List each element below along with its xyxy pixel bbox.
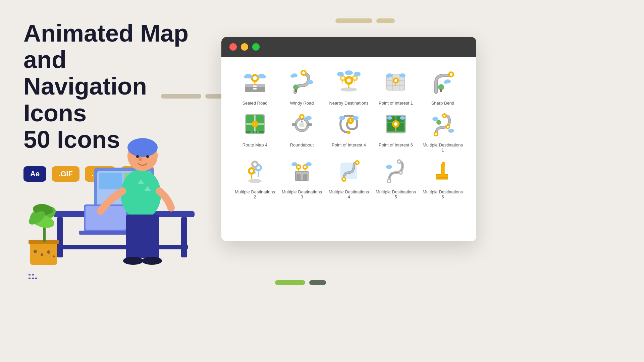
svg-point-17 xyxy=(136,155,139,158)
deco-bar-short xyxy=(376,18,395,23)
icon-cell-poi1[interactable]: Point of Interest 1 xyxy=(376,67,416,106)
svg-rect-8 xyxy=(99,173,122,189)
svg-point-79 xyxy=(399,73,406,77)
sharp-bend-label: Sharp Bend xyxy=(431,101,454,106)
svg-rect-26 xyxy=(30,241,57,265)
svg-point-130 xyxy=(448,129,454,133)
svg-text:$: $ xyxy=(350,119,352,123)
icon-cell-multi-dest4[interactable]: Multiple Destinations 4 xyxy=(329,156,369,199)
browser-content: Sealed Road xyxy=(221,57,476,241)
svg-point-143 xyxy=(298,166,300,168)
poi6-icon xyxy=(381,109,411,139)
svg-point-51 xyxy=(261,75,266,78)
poi1-label: Point of Interest 1 xyxy=(379,101,413,106)
svg-point-119 xyxy=(394,122,397,126)
icon-cell-roundabout[interactable]: Roundabout xyxy=(282,109,322,153)
icon-cell-multi-dest5[interactable]: Multiple Destinations 5 xyxy=(376,156,416,199)
svg-point-64 xyxy=(354,77,356,79)
svg-point-50 xyxy=(257,75,262,78)
svg-point-68 xyxy=(345,70,353,75)
svg-point-13 xyxy=(121,169,161,220)
deco-bar-long xyxy=(335,18,372,23)
svg-point-123 xyxy=(435,133,437,135)
windy-road-label: Windy Road xyxy=(290,101,314,106)
poi6-label: Point of Interest 6 xyxy=(379,142,413,147)
svg-point-35 xyxy=(47,250,50,254)
svg-rect-58 xyxy=(295,89,297,92)
icon-cell-multi-dest2[interactable]: Multiple Destinations 2 xyxy=(235,156,275,199)
multi-dest5-label: Multiple Destinations 5 xyxy=(376,189,416,199)
icon-grid: Sealed Road xyxy=(235,67,463,199)
svg-rect-160 xyxy=(442,162,445,168)
svg-point-94 xyxy=(251,131,253,133)
sealed-road-icon xyxy=(240,67,270,97)
svg-point-120 xyxy=(387,116,392,120)
icon-cell-poi4[interactable]: $ Point of Interest 4 xyxy=(329,109,369,153)
icon-cell-sealed-road[interactable]: Sealed Road xyxy=(235,67,275,106)
progress-bars-left xyxy=(161,94,225,99)
multi-dest5-icon xyxy=(381,156,411,186)
svg-point-34 xyxy=(41,253,43,256)
svg-point-85 xyxy=(444,80,448,84)
icon-cell-windy-road[interactable]: Windy Road xyxy=(282,67,322,106)
svg-point-24 xyxy=(123,257,143,265)
nearby-destinations-label: Nearby Destinations xyxy=(329,101,368,106)
svg-point-129 xyxy=(432,117,438,121)
svg-rect-1 xyxy=(57,217,63,257)
svg-point-145 xyxy=(304,166,307,168)
deco-bottom-dark xyxy=(309,280,326,285)
multi-dest4-label: Multiple Destinations 4 xyxy=(329,189,369,199)
deco-bars-top-right xyxy=(335,18,395,23)
svg-rect-141 xyxy=(303,174,307,180)
svg-point-62 xyxy=(341,77,344,79)
svg-rect-3 xyxy=(57,245,188,249)
svg-point-159 xyxy=(386,165,392,169)
traffic-light-red[interactable] xyxy=(229,43,237,51)
svg-point-147 xyxy=(306,162,312,166)
svg-point-36 xyxy=(53,255,55,257)
poi4-icon: $ xyxy=(334,109,364,139)
svg-point-128 xyxy=(436,120,441,125)
traffic-light-yellow[interactable] xyxy=(241,43,248,51)
svg-point-146 xyxy=(291,162,298,166)
svg-point-150 xyxy=(343,178,345,180)
svg-point-96 xyxy=(257,131,259,133)
svg-point-53 xyxy=(302,71,305,74)
svg-point-104 xyxy=(301,116,303,118)
icon-cell-multi-dest1[interactable]: Multiple Destinations 1 xyxy=(423,109,463,153)
multi-dest3-label: Multiple Destinations 3 xyxy=(282,189,322,199)
svg-point-137 xyxy=(253,163,257,166)
sharp-bend-icon xyxy=(428,67,458,97)
icon-cell-route-map4[interactable]: Route Map 4 xyxy=(235,109,275,153)
svg-point-48 xyxy=(248,75,253,78)
svg-point-99 xyxy=(299,122,305,127)
svg-point-95 xyxy=(254,131,256,133)
route-map4-icon xyxy=(240,109,270,139)
svg-point-111 xyxy=(353,116,359,120)
svg-point-66 xyxy=(337,72,344,76)
svg-point-67 xyxy=(354,72,361,76)
svg-point-56 xyxy=(307,80,313,84)
traffic-light-green[interactable] xyxy=(252,43,260,51)
icon-cell-multi-dest6[interactable]: Multiple Destinations 6 xyxy=(423,156,463,199)
icon-cell-nearby-dest[interactable]: Nearby Destinations xyxy=(329,67,369,106)
roundabout-label: Roundabout xyxy=(290,142,314,147)
svg-point-15 xyxy=(127,138,158,157)
multi-dest1-label: Multiple Destinations 1 xyxy=(423,142,463,153)
multi-dest2-label: Multiple Destinations 2 xyxy=(235,189,275,199)
icon-cell-poi6[interactable]: Point of Interest 6 xyxy=(376,109,416,153)
browser-titlebar xyxy=(221,37,476,57)
svg-point-110 xyxy=(339,116,345,120)
icon-cell-multi-dest3[interactable]: Multiple Destinations 3 xyxy=(282,156,322,199)
poi4-label: Point of Interest 4 xyxy=(332,142,366,147)
svg-point-47 xyxy=(244,75,249,78)
deco-bars-bottom xyxy=(275,280,326,285)
multi-dest3-icon xyxy=(287,156,317,186)
deco-bottom-green xyxy=(275,280,305,285)
browser-window: Sealed Road xyxy=(221,37,476,241)
svg-point-65 xyxy=(340,87,357,92)
windy-road-icon xyxy=(287,67,317,97)
svg-rect-43 xyxy=(253,88,257,89)
poi1-icon xyxy=(381,67,411,97)
icon-cell-sharp-bend[interactable]: Sharp Bend xyxy=(423,67,463,106)
